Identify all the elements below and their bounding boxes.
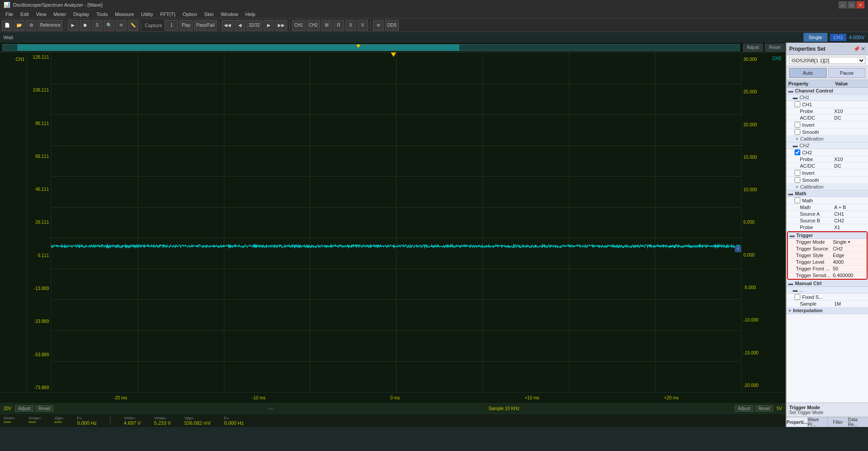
ch2-axis-label: CH2: [772, 56, 781, 61]
pause-button[interactable]: Pause: [828, 68, 866, 78]
ch2-sub-header[interactable]: ▬ CH2: [787, 142, 868, 149]
single-button[interactable]: S: [92, 20, 102, 31]
channel-control-header[interactable]: ▬ Channel Control: [787, 88, 868, 94]
math-toggle[interactable]: M: [321, 20, 332, 31]
auto-button[interactable]: Auto: [789, 68, 827, 78]
forward-button[interactable]: ▶: [264, 20, 274, 31]
yr-val-0: 30.000: [742, 57, 768, 62]
ch1-cal-expand-icon: +: [795, 136, 798, 141]
trigger-level-item: Trigger Level 4000: [788, 259, 867, 266]
trigger-flag-1: [356, 44, 361, 48]
ch1-adjust-btn[interactable]: Adjust: [15, 405, 34, 412]
ch1-smooth-checkbox[interactable]: [795, 129, 800, 135]
ch1-cal-label: Calibration: [800, 136, 823, 141]
counter-field[interactable]: 32/32: [247, 20, 262, 31]
math-group: ▬ Math Math Math A + B Source A CH1: [787, 190, 868, 231]
trigger-source-item: Trigger Source CH2: [788, 246, 867, 252]
menu-item-option[interactable]: Option: [179, 10, 200, 19]
manual-sub-expand-icon: ▬: [793, 287, 798, 293]
open-button[interactable]: 📂: [14, 20, 24, 31]
menu-item-tools[interactable]: Tools: [93, 10, 112, 19]
scope-canvas-area[interactable]: T: [51, 52, 741, 392]
trigger-group-header[interactable]: ▬ Trigger: [788, 232, 867, 239]
props-close-button[interactable]: ✕: [861, 46, 865, 52]
passfail-button[interactable]: Pass/Fail: [194, 20, 217, 31]
toolbar-sep-2: [141, 21, 141, 30]
new-button[interactable]: 📄: [2, 20, 12, 31]
nav-track[interactable]: [2, 44, 740, 51]
cursor-button[interactable]: ✛: [116, 20, 126, 31]
menu-item-display[interactable]: Display: [69, 10, 93, 19]
device-select[interactable]: ISDS205B[1.1][2]: [789, 57, 865, 64]
ch1-reset-btn[interactable]: Reset: [36, 405, 53, 412]
menu-item-help[interactable]: Help: [242, 10, 259, 19]
capture-field[interactable]: 1: [165, 20, 178, 31]
trigger-front-val: 50: [833, 266, 864, 271]
ch2-probe-val: X10: [834, 157, 865, 162]
run-button[interactable]: ▶: [68, 20, 78, 31]
prev-button[interactable]: ◀◀: [222, 20, 233, 31]
menu-item-fftt[interactable]: FFT(T): [157, 10, 179, 19]
interpolation-header[interactable]: + Interpolation: [787, 307, 868, 314]
reset-button[interactable]: Reset: [765, 44, 785, 52]
stop-button[interactable]: ⏹: [80, 20, 90, 31]
spectrum-button[interactable]: ≋: [373, 20, 384, 31]
trigger-sensit-val: 0.400000: [833, 273, 864, 278]
manual-ctrl-header[interactable]: ▬ Manual Ctrl: [787, 280, 868, 287]
menubar: FileEditViewMeterDisplayToolsMeasureUtil…: [0, 10, 868, 19]
close-button[interactable]: ✕: [856, 1, 864, 8]
ch2-checkbox[interactable]: [795, 149, 800, 155]
trigger-front-item: Trigger Front ... 50: [788, 266, 867, 272]
ch1-checkbox[interactable]: [795, 101, 800, 107]
ch1-invert-checkbox[interactable]: [795, 122, 800, 128]
menu-item-skin[interactable]: Skin: [201, 10, 217, 19]
menu-item-meter[interactable]: Meter: [50, 10, 69, 19]
menu-item-edit[interactable]: Edit: [17, 10, 32, 19]
trigger-marker: T: [735, 246, 741, 252]
ref-toggle[interactable]: R: [333, 20, 344, 31]
menu-item-measure[interactable]: Measure: [111, 10, 138, 19]
fixed-s-checkbox[interactable]: [795, 294, 800, 300]
math-checkbox[interactable]: [795, 197, 800, 203]
back-button[interactable]: ◀: [235, 20, 245, 31]
menu-item-file[interactable]: File: [2, 10, 17, 19]
reference-button[interactable]: Reference: [38, 20, 63, 31]
volt-toggle[interactable]: V: [357, 20, 368, 31]
ffwd-button[interactable]: ▶▶: [276, 20, 287, 31]
ch1-toggle[interactable]: CH1: [292, 20, 305, 31]
menu-item-view[interactable]: View: [32, 10, 50, 19]
tab-filter[interactable]: Filter: [828, 417, 848, 427]
maximize-button[interactable]: □: [848, 1, 856, 8]
ch1-scale-info: 20V Adjust Reset: [4, 405, 53, 412]
manual-sub-header[interactable]: ▬ ...: [787, 287, 868, 294]
play-button[interactable]: Play: [179, 20, 192, 31]
menu-item-utility[interactable]: Utility: [138, 10, 157, 19]
extra-toggle[interactable]: X: [345, 20, 356, 31]
trigger-mode-item: Trigger Mode Single ▼: [788, 239, 867, 246]
ch2-adjust-reset: Adjust Reset: [735, 405, 773, 412]
ch2-reset-btn[interactable]: Reset: [755, 405, 773, 412]
ch2-smooth-checkbox[interactable]: [795, 177, 800, 183]
math-group-header[interactable]: ▬ Math: [787, 190, 868, 197]
ch1-sub-header[interactable]: ▬ CH1: [787, 94, 868, 101]
manual-ctrl-group: ▬ Manual Ctrl ▬ ... Fixed S... Sample 1M: [787, 280, 868, 307]
zoom-button[interactable]: 🔍: [104, 20, 114, 31]
tab-wave-pr[interactable]: Wave Pr...: [808, 417, 828, 427]
ch2-toggle[interactable]: CH2: [307, 20, 320, 31]
app-icon: 📊: [4, 2, 10, 8]
adjust-button[interactable]: Adjust: [743, 44, 763, 52]
minimize-button[interactable]: –: [839, 1, 847, 8]
settings-button[interactable]: ⚙: [26, 20, 37, 31]
single-mode-button[interactable]: Single: [803, 33, 828, 42]
menu-item-window[interactable]: Window: [217, 10, 242, 19]
tab-properties[interactable]: Properti...: [787, 417, 808, 427]
ch1-calibration-header[interactable]: + Calibration: [787, 136, 868, 142]
sample-rate: Sample 10 KHz: [488, 406, 519, 411]
measure-button[interactable]: 📏: [128, 20, 138, 31]
ch2-adjust-btn[interactable]: Adjust: [735, 405, 754, 412]
ch2-invert-checkbox[interactable]: [795, 170, 800, 176]
tab-data-re[interactable]: Data Re...: [848, 417, 868, 427]
ch2-calibration-header[interactable]: + Calibration: [787, 184, 868, 190]
dds-button[interactable]: DDS: [385, 20, 399, 31]
props-pin-button[interactable]: 📌: [853, 46, 860, 52]
